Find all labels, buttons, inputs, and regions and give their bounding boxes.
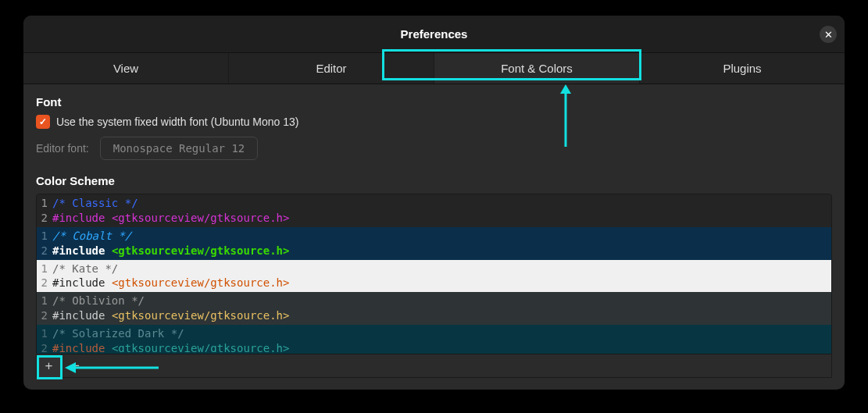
svg-marker-3: [65, 362, 76, 373]
annotation-arrow-down-icon: [559, 84, 573, 147]
color-scheme-heading: Color Scheme: [36, 174, 832, 187]
content-area: Font ✓ Use the system fixed width font (…: [23, 84, 845, 384]
window-title: Preferences: [401, 27, 468, 41]
use-system-font-checkbox[interactable]: ✓: [36, 115, 50, 129]
scheme-cobalt[interactable]: 1/* Cobalt */ 2#include <gtksourceview/g…: [37, 227, 831, 260]
check-icon: ✓: [39, 116, 47, 127]
tab-plugins[interactable]: Plugins: [640, 53, 845, 84]
titlebar: Preferences ✕: [23, 16, 845, 53]
editor-font-label: Editor font:: [36, 142, 89, 155]
use-system-font-label: Use the system fixed width font (Ubuntu …: [56, 116, 298, 128]
svg-marker-1: [560, 84, 571, 94]
annotation-arrow-left-icon: [65, 361, 159, 375]
preferences-window: Preferences ✕ View Editor Font & Colors …: [23, 16, 845, 390]
scheme-oblivion[interactable]: 1/* Oblivion */ 2#include <gtksourceview…: [37, 292, 831, 325]
editor-font-row: Editor font: Monospace Regular 12: [36, 137, 832, 160]
editor-font-button[interactable]: Monospace Regular 12: [100, 137, 259, 160]
color-scheme-list: 1/* Classic */ 2#include <gtksourceview/…: [36, 194, 832, 354]
close-icon: ✕: [824, 29, 833, 41]
add-scheme-button[interactable]: +: [37, 354, 62, 377]
use-system-font-row[interactable]: ✓ Use the system fixed width font (Ubunt…: [36, 115, 832, 129]
tab-font-colors[interactable]: Font & Colors: [434, 53, 640, 84]
plus-icon: +: [45, 358, 53, 374]
tab-view[interactable]: View: [23, 53, 229, 84]
tab-editor[interactable]: Editor: [229, 53, 434, 84]
close-button[interactable]: ✕: [820, 26, 837, 43]
scheme-kate[interactable]: 1/* Kate */ 2#include <gtksourceview/gtk…: [37, 260, 831, 293]
tab-bar: View Editor Font & Colors Plugins: [23, 53, 845, 84]
font-heading: Font: [36, 95, 832, 109]
scheme-classic[interactable]: 1/* Classic */ 2#include <gtksourceview/…: [37, 194, 831, 227]
scheme-solarized-dark[interactable]: 1/* Solarized Dark */ 2#include <gtksour…: [37, 325, 831, 354]
